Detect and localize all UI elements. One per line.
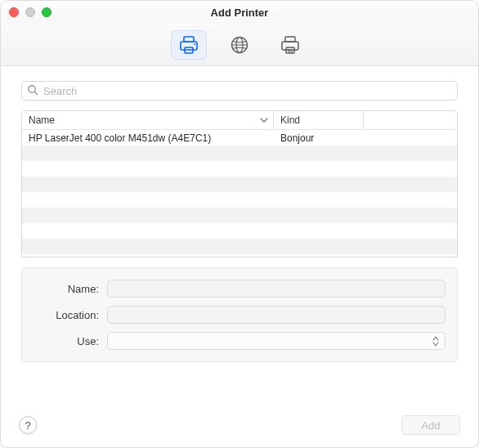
column-label: Name [29,114,55,126]
help-button[interactable]: ? [19,416,37,434]
svg-rect-1 [184,37,194,42]
column-header-name[interactable]: Name [22,111,274,129]
table-row[interactable]: HP LaserJet 400 color M451dw (A4E7C1) Bo… [22,130,457,146]
use-label: Use: [34,335,99,347]
table-row [22,192,457,208]
printer-list: Name Kind HP LaserJet 400 color M451dw (… [21,110,458,258]
chevron-down-icon [260,115,268,127]
location-label: Location: [34,309,99,321]
printer-details-panel: Name: Location: Use: [21,267,458,362]
add-printer-window: Add Printer [0,0,479,448]
use-field-row: Use: [34,332,445,350]
printer-type-tabs [171,30,308,60]
windows-printer-tab[interactable] [272,30,308,60]
table-row [22,239,457,254]
location-field[interactable] [107,306,445,324]
content-area: Name Kind HP LaserJet 400 color M451dw (… [1,66,478,403]
search-field[interactable] [21,81,458,101]
column-header-kind[interactable]: Kind [274,111,364,129]
globe-icon [230,35,249,55]
svg-rect-0 [181,42,197,50]
printer-icon [178,35,199,55]
table-row [22,146,457,161]
updown-stepper-icon [430,336,441,347]
ip-printer-tab[interactable] [222,30,257,60]
table-row [22,177,457,192]
window-controls [9,7,51,17]
add-printer-toolbar [1,24,478,66]
add-button-label: Add [421,419,440,432]
printer-list-rows: HP LaserJet 400 color M451dw (A4E7C1) Bo… [22,130,457,257]
table-row [22,208,457,223]
help-icon: ? [25,419,30,432]
column-label: Kind [280,114,300,126]
column-header-spacer [364,111,457,129]
table-row [22,223,457,239]
name-label: Name: [34,283,99,295]
printer-name-cell: HP LaserJet 400 color M451dw (A4E7C1) [22,132,274,144]
titlebar: Add Printer [1,1,478,24]
advanced-printer-icon [280,35,301,55]
svg-rect-7 [282,42,298,50]
svg-line-13 [34,92,37,94]
window-title: Add Printer [211,7,269,19]
close-window-button[interactable] [9,7,19,17]
default-printer-tab[interactable] [171,30,207,60]
add-button[interactable]: Add [401,415,460,435]
name-field-row: Name: [34,280,445,298]
footer: ? Add [1,403,478,447]
svg-point-3 [194,43,195,45]
location-field-row: Location: [34,306,445,324]
search-input[interactable] [43,85,452,97]
table-row [22,161,457,177]
svg-rect-8 [285,37,295,42]
zoom-window-button[interactable] [42,7,51,17]
use-select[interactable] [107,332,445,350]
minimize-window-button[interactable] [25,7,35,17]
printer-list-header: Name Kind [22,111,457,130]
printer-kind-cell: Bonjour [274,132,364,144]
name-field[interactable] [107,280,445,298]
search-icon [27,84,38,98]
